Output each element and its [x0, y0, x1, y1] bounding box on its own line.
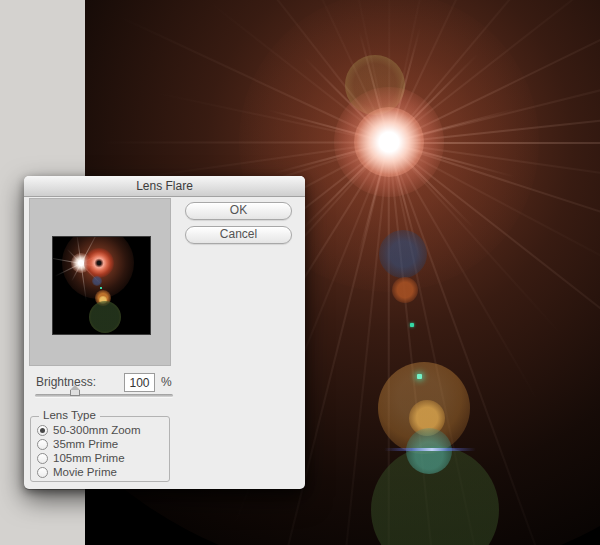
radio-label: 50-300mm Zoom: [53, 424, 141, 436]
flare-ghost-blue: [379, 230, 427, 278]
radio-label: 105mm Prime: [53, 452, 125, 464]
lens-option-movie-prime[interactable]: Movie Prime: [37, 466, 117, 478]
flare-preview-thumbnail[interactable]: [52, 236, 151, 335]
flare-hot-core: [381, 134, 397, 150]
lens-flare-dialog: Lens Flare OK Cancel Brightness: % Lens …: [24, 176, 305, 489]
dialog-title: Lens Flare: [136, 179, 193, 193]
flare-core-glow: [354, 107, 424, 177]
mini-ghost-blue: [92, 276, 102, 286]
lens-option-50-300mm-zoom[interactable]: 50-300mm Zoom: [37, 424, 141, 436]
flare-center-crosshair[interactable]: [97, 261, 101, 265]
brightness-slider-track[interactable]: [35, 394, 173, 397]
lens-type-group: Lens Type 50-300mm Zoom 35mm Prime 105mm…: [30, 416, 170, 482]
flare-blue-streak: [384, 448, 476, 451]
mini-ambient-glow: [62, 236, 134, 299]
brightness-slider-thumb[interactable]: [70, 390, 80, 396]
dialog-titlebar[interactable]: Lens Flare: [24, 176, 305, 197]
flare-ghost-teal-square: [417, 374, 422, 379]
flare-ghost-amber: [378, 362, 470, 454]
mini-ghost-teal: [100, 287, 102, 289]
flare-ghost-teal-circle: [406, 428, 452, 474]
lens-option-105mm-prime[interactable]: 105mm Prime: [37, 452, 125, 464]
flare-ghost-yellowgreen: [345, 55, 405, 115]
mini-ghost-orange: [95, 290, 111, 306]
flare-ghost-orange: [392, 277, 418, 303]
cancel-button[interactable]: Cancel: [185, 226, 292, 244]
radio-label: 35mm Prime: [53, 438, 118, 450]
flare-red-ring: [329, 82, 449, 202]
lens-type-legend: Lens Type: [39, 409, 100, 421]
brightness-label: Brightness:: [36, 375, 96, 389]
ok-button[interactable]: OK: [185, 202, 292, 220]
flare-ghost-green: [371, 446, 499, 545]
mini-ghost-orange-inner: [99, 296, 107, 304]
radio-button-icon[interactable]: [37, 453, 48, 464]
flare-pink-haze: [334, 87, 444, 197]
preview-well: [29, 198, 171, 366]
brightness-unit: %: [161, 375, 172, 389]
lens-option-35mm-prime[interactable]: 35mm Prime: [37, 438, 118, 450]
brightness-input[interactable]: [124, 373, 155, 392]
flare-rainbow-ring: [287, 444, 600, 545]
radio-button-icon[interactable]: [37, 439, 48, 450]
mini-star-glow: [71, 253, 91, 273]
flare-ghost-teal-dot: [410, 323, 414, 327]
radio-label: Movie Prime: [53, 466, 117, 478]
mini-ghost-green: [89, 301, 121, 333]
radio-button-icon[interactable]: [37, 425, 48, 436]
flare-ghost-amber-inner: [409, 400, 445, 436]
mini-red-ring: [84, 248, 114, 278]
radio-button-icon[interactable]: [37, 467, 48, 478]
